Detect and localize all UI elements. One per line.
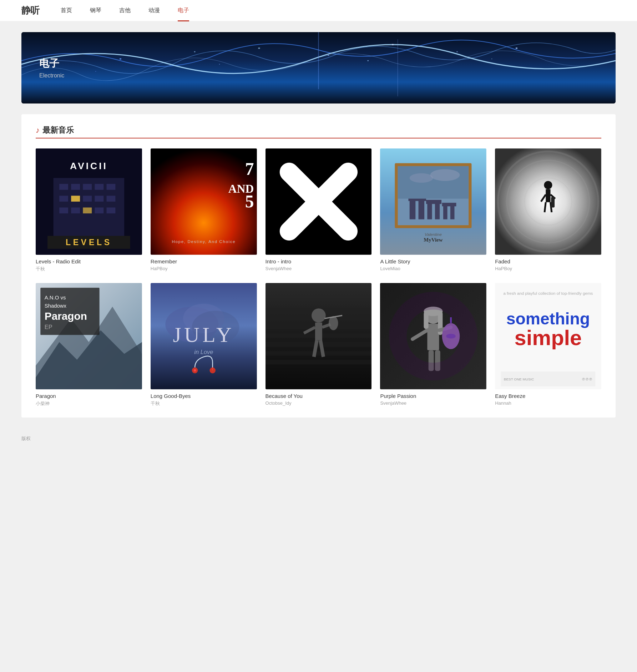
album-art-easybreeze: a fresh and playful collection of top-fr…: [495, 283, 601, 389]
svg-point-55: [410, 173, 433, 182]
paragon-svg: A.N.O vs Shadowx Paragon EP: [36, 283, 142, 389]
svg-point-6: [456, 51, 458, 52]
footer: 版权: [0, 428, 637, 449]
album-art-remember: 7 AND 5 Hope, Destiny, And Choice: [151, 148, 257, 255]
svg-point-9: [219, 64, 220, 65]
svg-text:MyView: MyView: [424, 237, 443, 243]
music-item-intro[interactable]: Intro - intro SvenjaWhee: [266, 148, 372, 272]
svg-text:EP: EP: [45, 324, 52, 330]
svg-rect-46: [419, 199, 425, 219]
music-item-longbyes[interactable]: JULY in Love Long Good-Byes 千秋: [151, 283, 257, 407]
music-grid: AVICII LEVELS Levels - Radio Edit 千秋: [36, 148, 601, 407]
svg-point-56: [430, 169, 460, 181]
music-item-story[interactable]: Valentine MyView A Little Story LoveMiao: [380, 148, 486, 272]
nav-item-piano[interactable]: 钢琴: [90, 7, 101, 14]
music-item-remember[interactable]: 7 AND 5 Hope, Destiny, And Choice Rememb…: [151, 148, 257, 272]
music-cover-levels: AVICII LEVELS: [36, 148, 142, 255]
svg-rect-70: [551, 197, 555, 208]
nav-link-electronic[interactable]: 电子: [178, 7, 189, 13]
svg-rect-54: [398, 166, 469, 199]
nav-link-animation[interactable]: 动漫: [148, 7, 160, 13]
music-item-levels[interactable]: AVICII LEVELS Levels - Radio Edit 千秋: [36, 148, 142, 272]
story-svg: Valentine MyView: [380, 148, 486, 255]
svg-rect-16: [59, 184, 68, 190]
svg-rect-45: [410, 199, 416, 219]
svg-rect-53: [442, 203, 456, 206]
music-cover-intro: [266, 148, 372, 255]
svg-rect-25: [107, 196, 116, 202]
music-item-purple[interactable]: Purple Passion SvenjaWhee: [380, 283, 486, 407]
svg-rect-52: [450, 204, 455, 219]
music-item-title-longbyes: Long Good-Byes: [151, 393, 257, 399]
music-cover-remember: 7 AND 5 Hope, Destiny, And Choice: [151, 148, 257, 255]
svg-line-68: [545, 202, 546, 212]
banner-subtitle: Electronic: [39, 72, 64, 79]
nav-link-guitar[interactable]: 吉他: [119, 7, 131, 13]
svg-text:A.N.O vs: A.N.O vs: [45, 295, 66, 300]
app-logo[interactable]: 静听: [21, 4, 39, 17]
music-item-artist-story: LoveMiao: [380, 266, 486, 271]
music-item-faded[interactable]: Faded HaPBoy: [495, 148, 601, 272]
main-section: ♪ 最新音乐: [21, 114, 616, 418]
intro-svg: [266, 148, 372, 255]
nav-link-piano[interactable]: 钢琴: [90, 7, 101, 13]
svg-point-86: [194, 369, 196, 372]
music-item-easybreeze[interactable]: a fresh and playful collection of top-fr…: [495, 283, 601, 407]
svg-rect-93: [266, 342, 372, 347]
music-item-title-paragon: Paragon: [36, 393, 142, 399]
svg-rect-108: [424, 311, 429, 329]
svg-rect-30: [107, 207, 116, 213]
music-item-title-purple: Purple Passion: [380, 393, 486, 399]
svg-point-11: [491, 59, 492, 59]
purple-svg: [380, 283, 486, 389]
svg-text:Valentine: Valentine: [425, 232, 442, 237]
album-art-becauseofyou: [266, 283, 372, 389]
svg-text:Shadowx: Shadowx: [45, 303, 67, 309]
navigation: 静听 首页 钢琴 吉他 动漫 电子: [0, 0, 637, 21]
svg-rect-20: [107, 184, 116, 190]
svg-text:℗℗℗: ℗℗℗: [582, 377, 592, 381]
section-divider: [36, 138, 601, 138]
nav-links: 首页 钢琴 吉他 动漫 电子: [61, 7, 189, 14]
music-item-title-levels: Levels - Radio Edit: [36, 258, 142, 264]
banner: 电子 Electronic: [21, 32, 616, 103]
nav-item-animation[interactable]: 动漫: [148, 7, 160, 14]
svg-rect-34: [151, 148, 257, 255]
svg-text:Paragon: Paragon: [45, 310, 87, 322]
svg-rect-50: [426, 200, 441, 204]
music-item-title-becauseofyou: Because of You: [266, 393, 372, 399]
svg-point-87: [209, 367, 216, 373]
banner-text: 电子 Electronic: [39, 57, 64, 79]
svg-rect-17: [71, 184, 80, 190]
nav-item-electronic[interactable]: 电子: [178, 7, 189, 14]
music-item-title-story: A Little Story: [380, 258, 486, 264]
nav-item-home[interactable]: 首页: [61, 7, 72, 14]
svg-rect-29: [95, 207, 103, 213]
svg-text:Hope, Destiny, And Choice: Hope, Destiny, And Choice: [172, 239, 236, 244]
music-item-becauseofyou[interactable]: Because of You Octobse_Idy: [266, 283, 372, 407]
svg-text:in Love: in Love: [194, 348, 213, 355]
section-header: ♪ 最新音乐: [36, 125, 601, 136]
music-cover-becauseofyou: [266, 283, 372, 389]
nav-item-guitar[interactable]: 吉他: [119, 7, 131, 14]
music-cover-easybreeze: a fresh and playful collection of top-fr…: [495, 283, 601, 389]
svg-rect-24: [95, 196, 103, 202]
banner-title: 电子: [39, 57, 64, 70]
faded-svg: [495, 148, 601, 255]
music-item-artist-paragon: 小柴神: [36, 400, 142, 407]
svg-rect-18: [83, 184, 92, 190]
svg-point-7: [516, 47, 518, 49]
music-cover-paragon: A.N.O vs Shadowx Paragon EP: [36, 283, 142, 389]
banner-wrapper: 电子 Electronic: [0, 21, 637, 103]
music-item-artist-longbyes: 千秋: [151, 400, 257, 407]
svg-text:JULY: JULY: [173, 323, 234, 347]
album-art-longbyes: JULY in Love: [151, 283, 257, 389]
music-item-paragon[interactable]: A.N.O vs Shadowx Paragon EP Paragon 小柴神: [36, 283, 142, 407]
svg-text:BEST ONE MUSIC: BEST ONE MUSIC: [504, 377, 534, 381]
svg-rect-27: [71, 207, 80, 213]
music-item-title-easybreeze: Easy Breeze: [495, 393, 601, 399]
album-art-purple: [380, 283, 486, 389]
svg-text:a fresh and playful collection: a fresh and playful collection of top-fr…: [504, 291, 593, 295]
nav-link-home[interactable]: 首页: [61, 7, 72, 13]
music-item-artist-levels: 千秋: [36, 266, 142, 272]
